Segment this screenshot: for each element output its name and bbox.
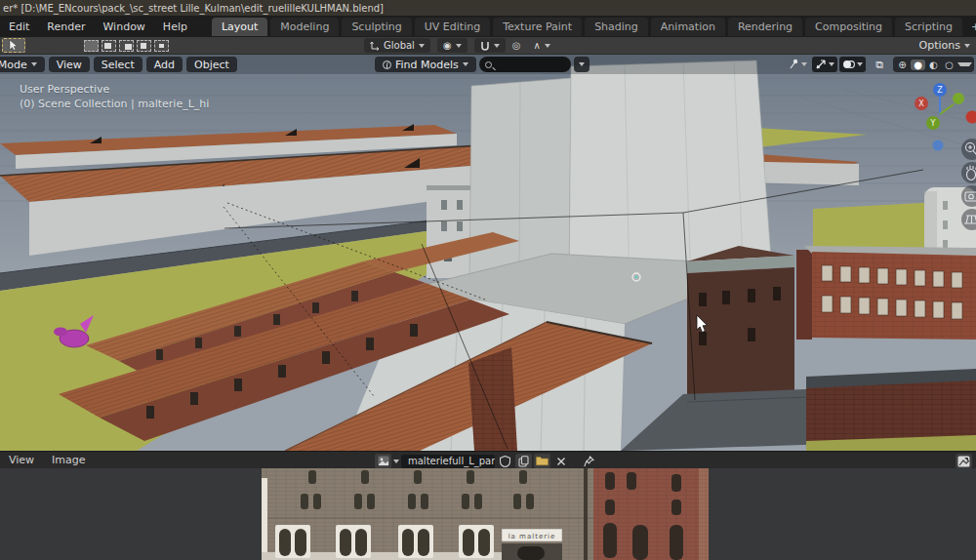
3d-viewport-scene[interactable]: Z X Y	[0, 55, 976, 451]
editor-type-image-icon[interactable]	[956, 454, 972, 468]
image-editor-header: View Image malteriefull_L_part1...	[0, 451, 976, 468]
gizmo-y-label[interactable]: Y	[930, 119, 936, 128]
malterie-sign: la malterie	[502, 529, 562, 560]
view-name-label: User Perspective	[20, 82, 209, 97]
select-mode-invert-icon[interactable]	[137, 40, 151, 52]
image-menu[interactable]: Image	[43, 452, 94, 468]
menu-edit[interactable]: Edit	[0, 18, 38, 36]
chevron-down-icon	[957, 62, 972, 66]
object-menu[interactable]: Object	[186, 57, 237, 72]
tab-compositing[interactable]: Compositing	[805, 18, 892, 36]
blender-window: er* [D:\ME_ENcours\pack_\sc_street Lille…	[0, 0, 976, 560]
add-menu[interactable]: Add	[146, 57, 183, 72]
chevron-down-icon	[579, 62, 585, 66]
image-view-menu[interactable]: View	[0, 452, 43, 468]
falloff-dropdown[interactable]: ∧	[527, 38, 555, 53]
view-menu[interactable]: View	[49, 57, 90, 72]
chevron-down-icon	[829, 62, 834, 66]
options-label: Options	[919, 39, 960, 52]
viewport-header-right: ⧉ ⊕ ● ◐ ○	[785, 57, 974, 72]
select-mode-new-icon[interactable]	[84, 40, 99, 52]
select-mode-buttons	[84, 40, 169, 52]
find-models-dropdown[interactable]: Find Models	[375, 57, 476, 72]
overlays-dropdown[interactable]	[812, 57, 837, 72]
shading-material-button[interactable]: ◐	[926, 60, 941, 70]
add-workspace-button[interactable]: +	[965, 18, 976, 36]
proportional-edit-icon[interactable]: ◎	[512, 40, 521, 51]
image-name-field[interactable]: malteriefull_L_part1...	[401, 455, 495, 468]
search-icon	[485, 61, 492, 68]
model-search-box[interactable]	[479, 57, 571, 72]
pivot-point-dropdown[interactable]: ◉	[437, 38, 468, 53]
image-datablock-widget: malteriefull_L_part1...	[375, 454, 597, 468]
shading-solid-button[interactable]: ●	[911, 60, 925, 70]
title-bar: er* [D:\ME_ENcours\pack_\sc_street Lille…	[0, 0, 976, 16]
tab-shading[interactable]: Shading	[585, 18, 648, 36]
tab-rendering[interactable]: Rendering	[728, 18, 802, 36]
find-models-label: Find Models	[395, 59, 459, 71]
facade-photo[interactable]: la malterie	[262, 468, 709, 560]
select-mode-intersect-icon[interactable]	[154, 40, 169, 52]
orientation-label: Global	[384, 40, 415, 51]
chevron-down-icon	[31, 62, 37, 66]
menu-help[interactable]: Help	[154, 18, 196, 36]
overlap-circles-icon	[842, 59, 855, 70]
magnet-icon	[480, 41, 490, 51]
fake-user-shield-icon[interactable]	[497, 454, 513, 468]
active-tool-select-box-icon[interactable]	[2, 38, 25, 53]
brick-pillar[interactable]	[468, 347, 517, 451]
tab-uv-editing[interactable]: UV Editing	[415, 18, 490, 36]
chevron-down-icon	[494, 44, 500, 48]
unlink-image-icon[interactable]	[552, 454, 569, 468]
chevron-down-icon	[419, 44, 425, 48]
orientation-axes-icon	[370, 41, 380, 51]
chevron-down-icon	[456, 44, 462, 48]
mode-dropdown[interactable]: ject Mode	[0, 57, 45, 72]
search-input[interactable]	[496, 60, 558, 70]
chevron-down-icon	[964, 44, 970, 48]
tab-layout[interactable]: Layout	[212, 18, 267, 36]
tab-animation[interactable]: Animation	[651, 18, 725, 36]
chevron-down-icon	[857, 62, 863, 66]
shading-overlays-dropdown[interactable]	[839, 57, 866, 72]
tab-texture-paint[interactable]: Texture Paint	[493, 18, 582, 36]
snap-dropdown[interactable]	[474, 38, 506, 53]
shading-rendered-button[interactable]: ○	[942, 60, 956, 70]
menu-window[interactable]: Window	[94, 18, 153, 36]
image-type-dropdown[interactable]	[375, 454, 391, 468]
select-mode-subtract-icon[interactable]	[119, 40, 134, 52]
overlays-arrows-icon	[815, 59, 827, 70]
open-image-folder-icon[interactable]	[534, 454, 550, 468]
pin-icon[interactable]	[581, 454, 597, 468]
tool-settings-bar: Global ◉ ◎ ∧ Options	[0, 37, 976, 55]
menu-render[interactable]: Render	[38, 18, 94, 36]
gizmo-x-label[interactable]: X	[918, 100, 924, 108]
workspace-tabs: Layout Modeling Sculpting UV Editing Tex…	[212, 18, 976, 36]
top-menu-bar: e Edit Render Window Help Layout Modelin…	[0, 16, 976, 37]
transform-orientation-dropdown[interactable]: Global	[364, 38, 430, 53]
tab-sculpting[interactable]: Sculpting	[342, 18, 411, 36]
transform-snap-tools: Global ◉ ◎ ∧	[364, 38, 556, 53]
select-menu[interactable]: Select	[94, 57, 142, 72]
gizmo-z-label[interactable]: Z	[937, 86, 943, 95]
chevron-down-icon	[463, 62, 468, 66]
chevron-down-icon	[393, 460, 399, 463]
svg-text:la malterie: la malterie	[508, 533, 556, 540]
image-editor-canvas[interactable]: la malterie	[0, 468, 976, 560]
search-options-dropdown[interactable]	[574, 57, 590, 72]
chevron-down-icon	[545, 44, 550, 48]
globe-icon	[383, 60, 391, 69]
image-icon	[378, 456, 389, 466]
xray-toggle[interactable]: ⧉	[873, 57, 886, 72]
select-mode-extend-icon[interactable]	[102, 40, 116, 52]
show-gizmo-dropdown[interactable]	[785, 57, 810, 72]
xray-icon: ⧉	[875, 59, 883, 71]
shading-wireframe-button[interactable]: ⊕	[895, 60, 910, 70]
3d-viewport[interactable]: Z X Y	[0, 55, 976, 451]
options-dropdown[interactable]: Options	[919, 39, 970, 52]
tab-modeling[interactable]: Modeling	[270, 18, 339, 36]
red-brick-building-right[interactable]	[796, 246, 976, 340]
tab-scripting[interactable]: Scripting	[895, 18, 962, 36]
foreground-brick-wall[interactable]	[806, 369, 976, 451]
new-image-icon[interactable]	[515, 454, 532, 468]
